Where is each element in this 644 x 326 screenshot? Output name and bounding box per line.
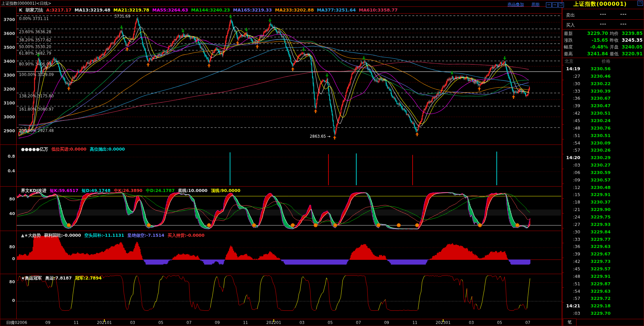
tick-price: 3229.77 xyxy=(580,237,621,242)
time-tick: 03 xyxy=(130,320,135,325)
time-tick: 09 xyxy=(45,320,51,325)
tick-time: :03 xyxy=(563,311,580,316)
tick-row: :513230.51 xyxy=(563,132,621,138)
tick-row: :273229.93 xyxy=(563,221,621,227)
restore-window-icon[interactable]: ❐ xyxy=(638,1,643,6)
info-segment-9: MA377:3251.64 xyxy=(317,7,356,13)
tick-time: :36 xyxy=(563,244,580,249)
panel-axis-tick: 0.4 xyxy=(1,169,15,173)
fib-level-label: 61.80% 3482.79 xyxy=(19,51,51,56)
toolbar-link-1[interactable]: 周期 xyxy=(531,2,539,7)
tick-col-price: 价格 xyxy=(602,58,610,64)
panel-header-segment: ●●●●●亿万 xyxy=(21,147,48,152)
panel-axis-tick: 0 xyxy=(1,298,15,303)
info-segment-1: 胡家刀法 xyxy=(25,7,43,13)
panel-header-kdj: 界文KDJ改进短K:59.6517短D:49.1748中K:26.3890中D:… xyxy=(21,188,244,194)
tick-time: :45 xyxy=(563,266,580,271)
tab-bi[interactable]: 笔 xyxy=(563,319,576,326)
tick-time: :57 xyxy=(563,296,580,301)
info-segment-10: MA610:3358.77 xyxy=(359,7,398,13)
time-tick: 11 xyxy=(412,320,417,325)
fib-level-label: 100.00% 3329.09 xyxy=(19,72,54,77)
left-arrow-icon[interactable]: ⇦ xyxy=(546,2,552,7)
panel-header-segment: ▲★大趋势 xyxy=(21,233,41,238)
tick-time: :27 xyxy=(563,222,580,227)
panel-header-segment: 低位买进:0.0000 xyxy=(52,147,87,152)
time-tick: 202101 xyxy=(97,320,112,325)
tick-price: 3230.57 xyxy=(580,177,621,183)
trading-app-window: 上证指数(000001)<日线> 商品叠加周期 ⇦⇨❐ 上证指数(000001)… xyxy=(0,0,644,326)
tick-row: :183230.37 xyxy=(563,198,621,205)
tick-row: :543229.63 xyxy=(563,288,621,294)
quote-value: 3229.70 xyxy=(577,31,608,36)
tick-row: 14:193230.56 xyxy=(563,65,621,72)
panel-header-segment: 奥运:7.8187 xyxy=(45,275,72,281)
tick-time: :42 xyxy=(563,111,580,116)
right-panel-title: 上证指数(000001) xyxy=(573,1,627,8)
tick-time: :30 xyxy=(563,81,580,86)
tick-time: :48 xyxy=(563,274,580,279)
tick-row: :303229.84 xyxy=(563,228,621,235)
tick-price: 3230.47 xyxy=(580,103,621,108)
fib-level-label: 38.20% 3577.62 xyxy=(19,38,51,42)
quote-label: 涨跌 xyxy=(564,37,573,43)
tick-row: :033230.27 xyxy=(563,161,621,168)
tick-row: :363230.67 xyxy=(563,95,621,101)
tick-time: :18 xyxy=(563,199,580,205)
buy-volume: --- xyxy=(620,21,627,26)
info-segment-8: MA233:3202.88 xyxy=(275,7,314,13)
panel-header-segment: 买入持货:-0.0000 xyxy=(168,233,204,238)
time-tick: 11 xyxy=(243,320,248,325)
tick-price: 3229.84 xyxy=(580,229,621,234)
time-tick: 05 xyxy=(328,320,333,325)
split-window-icon[interactable]: ❐ xyxy=(558,2,564,7)
quote-value: 3239.85 xyxy=(620,31,643,36)
tick-row: :453229.57 xyxy=(563,265,621,272)
tick-price: 3230.48 xyxy=(580,185,621,190)
price-tick: 3100 xyxy=(1,101,15,106)
tick-row: 14:203230.29 xyxy=(563,154,621,160)
tick-price: 3229.63 xyxy=(580,289,621,294)
tick-time: :33 xyxy=(563,237,580,242)
panel-axis-tick: 80 xyxy=(1,245,15,249)
panel-header-aoyun: ★奥运冠军奥运:7.8187冠军:2.7894 xyxy=(21,275,105,281)
fib-level-label: 50.00% 3530.20 xyxy=(19,44,51,49)
tick-time: :39 xyxy=(563,103,580,108)
panel-header-segment: 界文KDJ改进 xyxy=(21,188,46,193)
time-tick: 07 xyxy=(187,320,192,325)
panel-header-segment: 顶线:90.0000 xyxy=(211,188,241,193)
tick-price: 3230.51 xyxy=(580,133,621,138)
tick-row: :543230.09 xyxy=(563,139,621,146)
tick-price: 3230.22 xyxy=(580,81,621,86)
right-arrow-icon[interactable]: ⇨ xyxy=(552,2,558,7)
toolbar-link-0[interactable]: 商品叠加 xyxy=(508,2,524,7)
panel-header-segment: 底线:10.0000 xyxy=(178,188,208,193)
sell-label: 卖出 xyxy=(566,13,575,18)
tick-row: :093230.57 xyxy=(563,176,621,183)
tick-row: :213229.90 xyxy=(563,206,621,212)
tick-price: 3230.27 xyxy=(580,162,621,168)
panel-axis-tick: 0.8 xyxy=(1,154,15,159)
tick-price: 3230.39 xyxy=(580,89,621,94)
price-tick: 3300 xyxy=(1,73,15,78)
tick-row: :333229.77 xyxy=(563,236,621,242)
fib-level-label: 80.90% 3406.04 xyxy=(19,62,51,66)
low-annotation: 2863.65 → xyxy=(310,134,330,139)
tick-row: :243229.75 xyxy=(563,213,621,220)
fib-level-label: 200.00% 2927.48 xyxy=(19,128,54,133)
quote-label: 最新 xyxy=(564,31,573,37)
time-tick: 11 xyxy=(74,320,79,325)
tick-price: 3230.46 xyxy=(580,74,621,79)
fib-level-label: 161.80% 3080.97 xyxy=(19,107,54,112)
tick-row: :333230.39 xyxy=(563,88,621,94)
tick-row: :513229.87 xyxy=(563,280,621,287)
tick-price: 3229.75 xyxy=(580,214,621,219)
tick-row: :063230.59 xyxy=(563,169,621,175)
high-annotation: 3731.69 xyxy=(114,14,131,19)
tick-col-time: 北京 xyxy=(565,58,573,64)
tick-row: :033229.70 xyxy=(563,310,621,316)
tick-price: 3229.57 xyxy=(580,266,621,271)
panel-header-segment: 空头回补:-11.1131 xyxy=(84,233,124,238)
tick-row: :573229.72 xyxy=(563,295,621,301)
indicator-info-line: K胡家刀法A:3217.17MA13:3219.48MA21:3219.78MA… xyxy=(19,7,401,13)
